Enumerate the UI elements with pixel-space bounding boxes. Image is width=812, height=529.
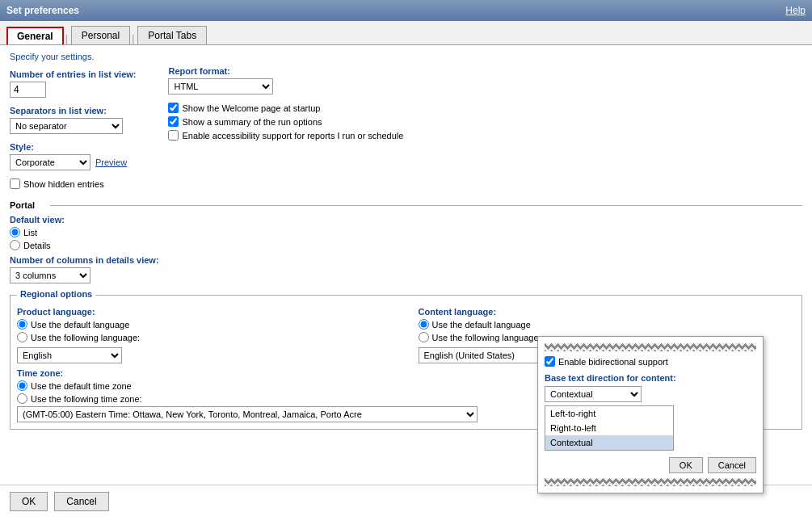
list-radio[interactable]	[10, 227, 20, 237]
right-to-left-option[interactable]: Right-to-left	[545, 421, 673, 435]
cancel-button[interactable]: Cancel	[54, 492, 108, 511]
product-default-label: Use the default language	[31, 320, 129, 330]
details-label: Details	[23, 241, 51, 250]
enable-bidirectional-checkbox[interactable]	[545, 356, 555, 367]
base-text-direction-label: Base text direction for content:	[545, 373, 756, 383]
product-following-radio-row: Use the following language:	[17, 332, 394, 342]
content-following-radio[interactable]	[419, 332, 429, 342]
list-radio-row: List	[10, 227, 802, 237]
tab-portal-tabs[interactable]: Portal Tabs	[137, 26, 207, 44]
show-welcome-label: Show the Welcome page at startup	[182, 103, 320, 113]
separators-label: Separators in list view:	[10, 106, 136, 115]
columns-label: Number of columns in details view:	[10, 255, 802, 265]
product-default-radio[interactable]	[17, 319, 27, 330]
enable-accessibility-row: Enable accessibility support for reports…	[168, 130, 403, 141]
report-format-label: Report format:	[168, 66, 403, 76]
show-welcome-row: Show the Welcome page at startup	[168, 103, 403, 113]
columns-select[interactable]: 3 columns 1 column 2 columns 4 columns	[10, 267, 90, 283]
help-link[interactable]: Help	[785, 5, 806, 16]
show-hidden-row: Show hidden entries	[10, 178, 136, 189]
content-following-label: Use the following language:	[432, 333, 541, 342]
list-label: List	[23, 228, 37, 237]
base-direction-select[interactable]: Contextual Left-to-right Right-to-left	[545, 386, 642, 402]
preview-link[interactable]: Preview	[95, 157, 127, 167]
tz-default-label: Use the default time zone	[31, 381, 132, 391]
tz-following-radio[interactable]	[17, 393, 27, 404]
style-select[interactable]: Corporate Modern Classic	[10, 154, 90, 170]
direction-dropdown-list: Left-to-right Right-to-left Contextual	[545, 405, 674, 451]
entries-label: Number of entries in list view:	[10, 69, 136, 79]
content-default-radio[interactable]	[419, 319, 429, 330]
content-default-label: Use the default language	[432, 320, 531, 330]
portal-section-label: Portal	[10, 200, 38, 210]
jagged-bottom	[545, 478, 756, 486]
popup-ok-button[interactable]: OK	[669, 457, 703, 473]
ok-button[interactable]: OK	[10, 492, 48, 511]
content-wrapper: General | Personal | Portal Tabs Specify…	[0, 21, 812, 518]
bidirectional-popup: Enable bidirectional support Base text d…	[537, 336, 764, 493]
popup-header: Enable bidirectional support	[545, 356, 756, 367]
timezone-select[interactable]: (GMT-05:00) Eastern Time: Ottawa, New Yo…	[17, 406, 478, 422]
content-default-radio-row: Use the default language	[419, 319, 796, 330]
jagged-top	[545, 343, 756, 351]
details-radio-row: Details	[10, 240, 802, 250]
portal-section: Default view: List Details Number of col…	[10, 215, 802, 288]
product-default-radio-row: Use the default language	[17, 319, 394, 330]
separators-select[interactable]: No separator Dots Lines	[10, 118, 123, 134]
window-title: Set preferences	[6, 5, 79, 16]
show-welcome-checkbox[interactable]	[168, 103, 179, 113]
tab-personal[interactable]: Personal	[71, 26, 130, 44]
popup-cancel-button[interactable]: Cancel	[708, 457, 756, 473]
show-hidden-checkbox[interactable]	[10, 178, 20, 189]
regional-title: Regional options	[17, 289, 95, 299]
product-language-select[interactable]: English French German Spanish	[17, 347, 122, 363]
default-view-label: Default view:	[10, 215, 802, 225]
product-language-label: Product language:	[17, 307, 394, 317]
product-following-radio[interactable]	[17, 332, 27, 342]
product-following-label: Use the following language:	[31, 333, 140, 342]
show-summary-checkbox[interactable]	[168, 116, 179, 127]
enable-accessibility-checkbox[interactable]	[168, 130, 179, 141]
subtitle: Specify your settings.	[10, 52, 802, 61]
tz-following-label: Use the following time zone:	[31, 394, 142, 404]
details-radio[interactable]	[10, 240, 20, 250]
right-col: Report format: HTML PDF Excel Show the W…	[168, 66, 403, 192]
top-form-row: Number of entries in list view: Separato…	[10, 69, 802, 192]
tz-default-radio[interactable]	[17, 380, 27, 391]
show-summary-row: Show a summary of the run options	[168, 116, 403, 127]
content-language-label: Content language:	[419, 307, 796, 317]
left-col: Number of entries in list view: Separato…	[10, 69, 136, 192]
product-language-col: Product language: Use the default langua…	[17, 307, 394, 363]
style-label: Style:	[10, 142, 136, 152]
show-hidden-label: Show hidden entries	[23, 179, 104, 189]
enable-accessibility-label: Enable accessibility support for reports…	[182, 131, 403, 141]
contextual-option[interactable]: Contextual	[545, 435, 673, 450]
left-to-right-option[interactable]: Left-to-right	[545, 406, 673, 421]
title-bar: Set preferences Help	[0, 0, 812, 21]
tabs-row: General | Personal | Portal Tabs	[0, 21, 812, 45]
enable-bidirectional-label: Enable bidirectional support	[558, 357, 668, 367]
report-format-select[interactable]: HTML PDF Excel	[168, 78, 273, 94]
popup-buttons: OK Cancel	[545, 457, 756, 473]
show-summary-label: Show a summary of the run options	[182, 117, 322, 127]
entries-input[interactable]	[10, 82, 46, 98]
portal-divider: Portal	[10, 200, 802, 210]
tab-general[interactable]: General	[6, 27, 64, 44]
